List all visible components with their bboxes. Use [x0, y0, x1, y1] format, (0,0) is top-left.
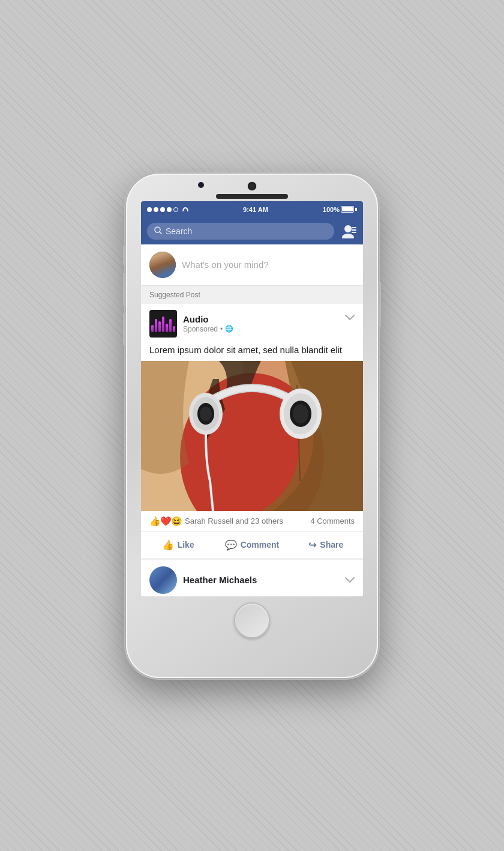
volume-up-button[interactable] — [123, 273, 126, 306]
phone-top — [126, 174, 378, 201]
signal-dot-1 — [147, 207, 152, 212]
reactions-bar: 👍 ❤️ 😆 Sarah Russell and 23 others 4 Com… — [141, 511, 363, 532]
page-name: Audio — [183, 314, 233, 324]
haha-reaction: 😆 — [171, 516, 182, 527]
comment-label: Comment — [241, 540, 280, 550]
volume-down-button[interactable] — [123, 313, 126, 346]
comments-count: 4 Comments — [310, 516, 355, 525]
like-reaction: 👍 — [149, 516, 161, 527]
search-placeholder: Search — [166, 226, 192, 236]
speaker — [216, 194, 288, 199]
share-icon: ↪ — [308, 539, 316, 551]
power-button[interactable] — [378, 282, 381, 327]
next-post-name: Heather Michaels — [183, 575, 257, 585]
phone-frame: 9:41 AM 100% Search — [126, 174, 378, 678]
post-image — [141, 361, 363, 511]
next-post-chevron-icon — [345, 575, 355, 586]
audio-bar-1 — [151, 325, 154, 332]
battery-body — [341, 206, 354, 213]
svg-point-17 — [293, 404, 308, 423]
reaction-emojis: 👍 ❤️ 😆 — [149, 516, 182, 527]
post-card: Audio Sponsored • 🌐 Lorem ipsum dolor — [141, 304, 363, 596]
post-text: Lorem ipsum dolor sit amet, sed nulla bl… — [141, 341, 363, 361]
battery-indicator: 100% — [323, 206, 357, 213]
next-post-avatar — [149, 566, 177, 594]
svg-point-13 — [200, 407, 212, 421]
profile-menu-button[interactable] — [339, 224, 357, 238]
signal-dot-5 — [173, 207, 178, 212]
search-bar[interactable]: Search — [147, 223, 334, 240]
share-button[interactable]: ↪ Share — [289, 535, 363, 556]
status-placeholder: What's on your mind? — [182, 259, 269, 270]
mute-button[interactable] — [123, 246, 126, 265]
action-buttons: 👍 Like 💬 Comment ↪ Share — [141, 532, 363, 560]
reactions-left: 👍 ❤️ 😆 Sarah Russell and 23 others — [149, 516, 283, 527]
avatar-image — [149, 252, 176, 278]
search-icon — [154, 226, 162, 236]
camera-dot — [248, 182, 256, 190]
reaction-text: Sarah Russell and 23 others — [185, 516, 283, 525]
audio-bar-7 — [173, 326, 175, 332]
clock: 9:41 AM — [243, 206, 268, 213]
share-label: Share — [320, 540, 343, 550]
svg-point-3 — [342, 234, 354, 238]
next-post-preview: Heather Michaels — [141, 560, 363, 596]
audio-bar-4 — [162, 316, 164, 332]
signal-dot-2 — [154, 207, 158, 212]
home-button[interactable] — [234, 602, 270, 638]
dot-separator: • — [220, 325, 223, 333]
status-bar: 9:41 AM 100% — [141, 201, 363, 218]
front-camera — [198, 182, 204, 188]
audio-bar-5 — [166, 324, 168, 332]
signal-dot-3 — [160, 207, 165, 212]
like-label: Like — [178, 540, 194, 550]
audio-bar-6 — [169, 319, 172, 332]
svg-point-2 — [344, 225, 352, 232]
phone-screen: 9:41 AM 100% Search — [141, 201, 363, 596]
next-post-author-row: Heather Michaels — [149, 566, 257, 594]
signal-indicators — [147, 207, 188, 212]
wifi-icon — [182, 207, 188, 211]
page-logo — [149, 310, 177, 338]
post-author-info: Audio Sponsored • 🌐 — [149, 310, 233, 338]
status-composer[interactable]: What's on your mind? — [141, 244, 363, 286]
audio-bar-2 — [155, 319, 157, 332]
post-header: Audio Sponsored • 🌐 — [141, 304, 363, 341]
suggested-post-label: Suggested Post — [141, 286, 363, 304]
comment-icon: 💬 — [225, 539, 237, 551]
signal-dot-4 — [167, 207, 172, 212]
post-meta: Sponsored • 🌐 — [183, 325, 233, 333]
svg-line-1 — [160, 232, 162, 234]
sponsored-label: Sponsored — [183, 325, 218, 333]
battery-fill — [342, 207, 353, 211]
battery-percent: 100% — [323, 206, 340, 213]
facebook-header: Search — [141, 218, 363, 244]
comment-button[interactable]: 💬 Comment — [215, 535, 289, 556]
user-avatar — [149, 252, 176, 278]
audio-bars-visual — [151, 315, 175, 332]
globe-icon: 🌐 — [225, 325, 233, 333]
chevron-down-icon[interactable] — [345, 311, 355, 324]
like-button[interactable]: 👍 Like — [141, 535, 215, 556]
audio-bar-3 — [158, 321, 161, 332]
post-author-text: Audio Sponsored • 🌐 — [183, 314, 233, 333]
battery-tip — [355, 208, 357, 211]
love-reaction: ❤️ — [160, 516, 172, 527]
like-icon: 👍 — [162, 539, 174, 551]
